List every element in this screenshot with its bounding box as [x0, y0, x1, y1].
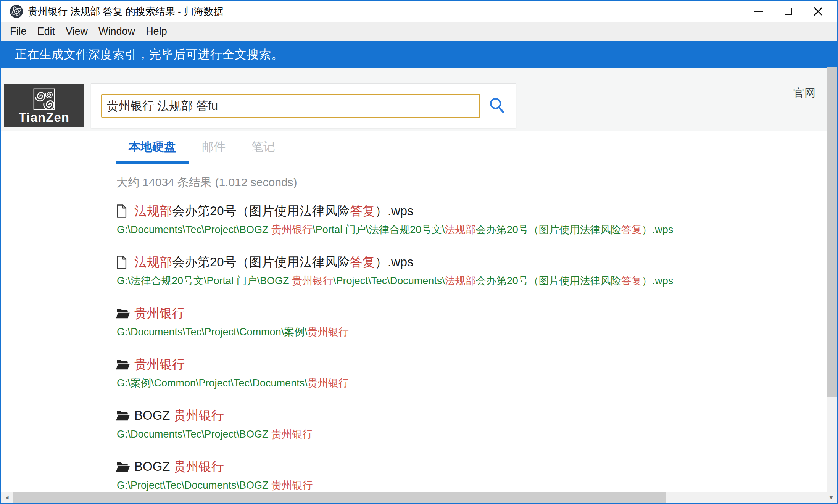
window-controls	[744, 1, 833, 22]
result-path: G:\Documents\Tec\Project\BOGZ 贵州银行	[117, 427, 837, 441]
search-button[interactable]	[488, 97, 506, 115]
window-title: 贵州银行 法规部 答复 的搜索结果 - 归海数据	[28, 5, 224, 18]
highlight-term: 贵州银行	[308, 377, 349, 389]
text-segment: G:\法律合规20号文\Portal 门户\BOGZ	[117, 275, 292, 287]
file-icon	[116, 204, 130, 219]
search-card: 贵州银行 法规部 答fu	[91, 83, 516, 128]
search-icon	[488, 97, 506, 115]
result-item: 贵州银行G:\案例\Common\Project\Tec\Documents\贵…	[116, 356, 837, 390]
horizontal-scrollbar[interactable]: ◄ ▼	[1, 492, 837, 503]
result-name: BOGZ 贵州银行	[134, 407, 224, 424]
highlight-term: 贵州银行	[174, 408, 224, 422]
result-item: BOGZ 贵州银行G:\Documents\Tec\Project\BOGZ 贵…	[116, 407, 837, 441]
text-segment: ）.wps	[642, 224, 674, 235]
menu-bar: FileEditViewWindowHelp	[1, 22, 837, 41]
highlight-term: 贵州银行	[271, 480, 313, 491]
highlight-term: 答复	[621, 275, 642, 287]
close-button[interactable]	[803, 1, 833, 22]
file-icon	[116, 255, 130, 270]
highlight-term: 贵州银行	[308, 326, 349, 338]
highlight-term: 法规部	[134, 255, 172, 269]
highlight-term: 法规部	[445, 275, 476, 287]
search-header: TianZen 贵州银行 法规部 答fu 官网	[1, 68, 837, 131]
menu-item-edit[interactable]: Edit	[32, 26, 61, 37]
text-segment: ）.wps	[375, 204, 414, 218]
menu-item-file[interactable]: File	[5, 26, 32, 37]
maximize-button[interactable]	[774, 1, 803, 22]
tab-mail[interactable]: 邮件	[189, 135, 239, 164]
result-path: G:\Project\Tec\Documents\BOGZ 贵州银行	[117, 478, 837, 492]
search-query-text: 贵州银行 法规部 答fu	[107, 98, 218, 114]
close-icon	[813, 6, 823, 16]
text-segment: 会办第20号（图片使用法律风险	[172, 255, 350, 269]
folder-icon	[116, 306, 130, 321]
menu-item-window[interactable]: Window	[93, 26, 140, 37]
indexing-banner: 正在生成文件深度索引，完毕后可进行全文搜索。	[1, 41, 837, 68]
folder-icon	[116, 460, 130, 474]
result-title[interactable]: 法规部会办第20号（图片使用法律风险答复）.wps	[116, 254, 837, 271]
text-segment: \Portal 门户\法律合规20号文\	[313, 224, 445, 235]
result-title[interactable]: 贵州银行	[116, 305, 837, 322]
menu-item-help[interactable]: Help	[140, 26, 172, 37]
highlight-term: 答复	[350, 255, 375, 269]
result-title[interactable]: BOGZ 贵州银行	[116, 458, 837, 475]
search-input[interactable]: 贵州银行 法规部 答fu	[101, 94, 480, 118]
result-item: BOGZ 贵州银行G:\Project\Tec\Documents\BOGZ 贵…	[116, 458, 837, 492]
title-bar: 贵州银行 法规部 答复 的搜索结果 - 归海数据	[1, 1, 837, 22]
scroll-left-arrow-icon[interactable]: ◄	[1, 492, 13, 503]
text-segment: ）.wps	[642, 275, 674, 287]
text-segment: 会办第20号（图片使用法律风险	[476, 224, 621, 235]
tab-notes[interactable]: 笔记	[239, 135, 288, 164]
text-segment: BOGZ	[134, 408, 174, 422]
menu-item-view[interactable]: View	[60, 26, 93, 37]
text-segment: ）.wps	[375, 255, 414, 269]
text-segment: 会办第20号（图片使用法律风险	[172, 204, 350, 218]
brand-name: TianZen	[19, 111, 69, 124]
result-path: G:\Documents\Tec\Project\BOGZ 贵州银行\Porta…	[117, 223, 837, 237]
result-item: 法规部会办第20号（图片使用法律风险答复）.wpsG:\法律合规20号文\Por…	[116, 254, 837, 288]
scroll-down-arrow-icon[interactable]: ▼	[825, 492, 837, 503]
result-item: 贵州银行G:\Documents\Tec\Project\Common\案例\贵…	[116, 305, 837, 339]
results-list: 法规部会办第20号（图片使用法律风险答复）.wpsG:\Documents\Te…	[116, 203, 837, 492]
text-segment: G:\案例\Common\Project\Tec\Documents\	[117, 377, 308, 389]
highlight-term: 贵州银行	[134, 306, 185, 320]
result-title[interactable]: 法规部会办第20号（图片使用法律风险答复）.wps	[116, 203, 837, 220]
minimize-icon	[754, 11, 763, 12]
spiral-emblem-icon	[32, 88, 56, 111]
brand-logo: TianZen	[4, 84, 84, 127]
result-title[interactable]: BOGZ 贵州银行	[116, 407, 837, 424]
highlight-term: 贵州银行	[174, 459, 224, 473]
official-site-link[interactable]: 官网	[793, 85, 815, 101]
results-panel: 本地硬盘邮件笔记 大约 14034 条结果 (1.012 seconds) 法规…	[1, 131, 837, 492]
highlight-term: 法规部	[445, 224, 476, 235]
result-name: 贵州银行	[134, 305, 185, 322]
result-name: 法规部会办第20号（图片使用法律风险答复）.wps	[134, 254, 414, 271]
result-path: G:\案例\Common\Project\Tec\Documents\贵州银行	[117, 376, 837, 390]
text-segment: \Project\Tec\Documents\	[333, 275, 445, 287]
app-icon	[10, 5, 23, 18]
highlight-term: 答复	[350, 204, 375, 218]
folder-icon	[116, 409, 130, 423]
text-segment: G:\Project\Tec\Documents\BOGZ	[117, 480, 271, 491]
result-name: 法规部会办第20号（图片使用法律风险答复）.wps	[134, 203, 414, 220]
vertical-scrollbar[interactable]	[827, 67, 837, 492]
text-segment: BOGZ	[134, 459, 174, 473]
results-summary: 大约 14034 条结果 (1.012 seconds)	[116, 175, 837, 190]
text-segment: G:\Documents\Tec\Project\BOGZ	[117, 428, 271, 440]
highlight-term: 贵州银行	[271, 428, 313, 440]
highlight-term: 贵州银行	[292, 275, 333, 287]
result-path: G:\法律合规20号文\Portal 门户\BOGZ 贵州银行\Project\…	[117, 274, 837, 288]
highlight-term: 贵州银行	[134, 357, 185, 371]
result-item: 法规部会办第20号（图片使用法律风险答复）.wpsG:\Documents\Te…	[116, 203, 837, 237]
minimize-button[interactable]	[744, 1, 774, 22]
text-segment: G:\Documents\Tec\Project\BOGZ	[117, 224, 271, 235]
vertical-scrollbar-thumb[interactable]	[827, 67, 837, 397]
highlight-term: 答复	[621, 224, 642, 235]
result-path: G:\Documents\Tec\Project\Common\案例\贵州银行	[117, 325, 837, 339]
tab-local-disk[interactable]: 本地硬盘	[116, 135, 189, 164]
result-name: BOGZ 贵州银行	[134, 458, 224, 475]
horizontal-scrollbar-thumb[interactable]	[13, 492, 666, 503]
app-window: 贵州银行 法规部 答复 的搜索结果 - 归海数据 FileEditViewWin…	[0, 0, 838, 504]
text-caret	[219, 99, 219, 113]
result-title[interactable]: 贵州银行	[116, 356, 837, 373]
